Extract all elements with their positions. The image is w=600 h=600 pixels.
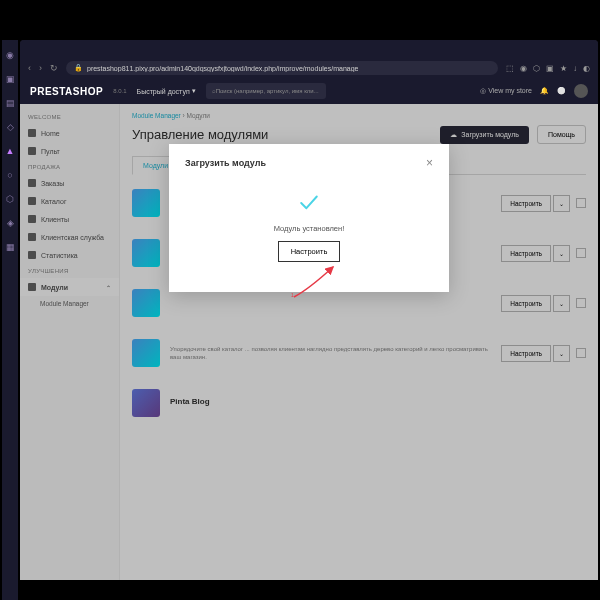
modal-title: Загрузить модуль (185, 158, 266, 168)
ide-activity-bar: ◉ ▣ ▤ ◇ ▲ ○ ⬡ ◈ ▦ (2, 40, 18, 600)
icon[interactable]: ▣ (5, 74, 15, 84)
notifications-icon[interactable]: 🔔 (540, 87, 549, 95)
version: 8.0.1 (113, 88, 126, 94)
address-bar[interactable]: 🔒 prestashop811.pixy.pro/admin140qdqsgys… (66, 61, 498, 75)
lock-icon: 🔒 (74, 64, 83, 72)
nav-back-icon[interactable]: ‹ (28, 63, 31, 73)
nav-reload-icon[interactable]: ↻ (50, 63, 58, 73)
close-icon[interactable]: × (426, 156, 433, 170)
ext-icon[interactable]: ▣ (546, 64, 554, 73)
admin-body: WELCOME Home Пульт ПРОДАЖА Заказы Катало… (20, 104, 598, 580)
gift-icon[interactable]: ⚪ (557, 87, 566, 95)
url-text: prestashop811.pixy.pro/admin140qdqsgysfx… (87, 65, 358, 72)
icon[interactable]: ⬡ (5, 194, 15, 204)
modal-configure-button[interactable]: Настроить (278, 241, 341, 262)
svg-text:1: 1 (291, 292, 294, 298)
browser-toolbar: ‹ › ↻ 🔒 prestashop811.pixy.pro/admin140q… (20, 58, 598, 78)
icon[interactable]: ◉ (5, 50, 15, 60)
ext-icon[interactable]: ⬚ (506, 64, 514, 73)
view-store-link[interactable]: ◎ View my store (480, 87, 532, 95)
upload-module-modal: Загрузить модуль × Модуль установлен! На… (169, 144, 449, 292)
icon[interactable]: ○ (5, 170, 15, 180)
annotation-arrow: 1 (289, 259, 349, 299)
admin-search[interactable]: ⌕ Поиск (например, артикул, имя кли... (206, 83, 326, 99)
browser-window: ‹ › ↻ 🔒 prestashop811.pixy.pro/admin140q… (20, 40, 598, 580)
icon[interactable]: ◈ (5, 218, 15, 228)
ext-icon[interactable]: ⬡ (533, 64, 540, 73)
ext-icon[interactable]: ◉ (520, 64, 527, 73)
icon[interactable]: ▲ (5, 146, 15, 156)
search-placeholder: Поиск (например, артикул, имя кли... (216, 88, 319, 94)
checkmark-icon (296, 190, 322, 216)
brand-logo: PRESTASHOP (30, 86, 103, 97)
icon[interactable]: ◇ (5, 122, 15, 132)
nav-forward-icon[interactable]: › (39, 63, 42, 73)
success-message: Модуль установлен! (274, 224, 345, 233)
modal-overlay[interactable]: Загрузить модуль × Модуль установлен! На… (20, 104, 598, 580)
icon[interactable]: ▦ (5, 242, 15, 252)
browser-extensions: ⬚ ◉ ⬡ ▣ ★ ↓ ◐ (506, 64, 590, 73)
quick-access-menu[interactable]: Быстрый доступ ▾ (137, 87, 196, 95)
ext-icon[interactable]: ↓ (573, 64, 577, 73)
admin-header: PRESTASHOP 8.0.1 Быстрый доступ ▾ ⌕ Поис… (20, 78, 598, 104)
ext-icon[interactable]: ◐ (583, 64, 590, 73)
browser-tabs (20, 40, 598, 58)
avatar[interactable] (574, 84, 588, 98)
icon[interactable]: ▤ (5, 98, 15, 108)
ext-icon[interactable]: ★ (560, 64, 567, 73)
